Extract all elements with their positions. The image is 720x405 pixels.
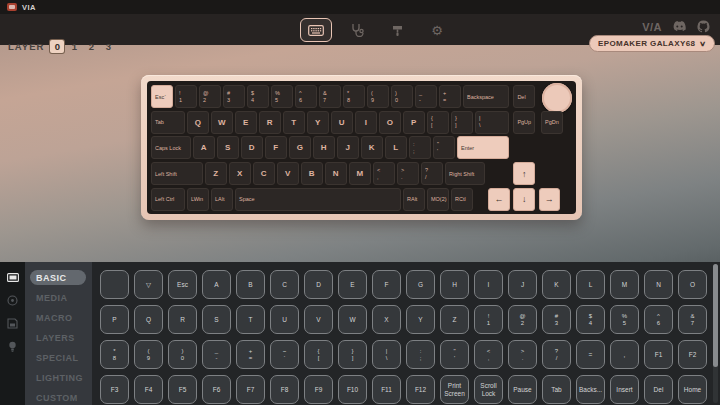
kb-key[interactable]: }] [451, 111, 473, 134]
picker-key[interactable]: Pause [508, 375, 537, 404]
kb-key[interactable]: |\ [475, 111, 509, 134]
picker-key[interactable]: F8 [270, 375, 299, 404]
kb-key[interactable]: Backspace [463, 85, 509, 108]
kb-key[interactable]: ← [488, 188, 510, 211]
picker-key[interactable]: !1 [474, 305, 503, 334]
kb-key[interactable]: RAlt [403, 188, 425, 211]
kb-key[interactable]: Right Shift [445, 162, 485, 185]
layer-button-3[interactable]: 3 [101, 40, 115, 53]
kb-key[interactable]: T [283, 111, 305, 134]
kb-key[interactable]: X [229, 162, 251, 185]
kb-key[interactable]: V [277, 162, 299, 185]
picker-key[interactable]: >. [508, 340, 537, 369]
picker-key[interactable]: N [644, 270, 673, 299]
picker-key[interactable]: , [610, 340, 639, 369]
kb-key[interactable]: #3 [223, 85, 245, 108]
picker-key[interactable]: Backs... [576, 375, 605, 404]
picker-key[interactable]: :; [406, 340, 435, 369]
kb-key[interactable]: I [355, 111, 377, 134]
kb-key[interactable]: >. [397, 162, 419, 185]
kb-key[interactable]: {[ [427, 111, 449, 134]
kb-key[interactable]: Left Shift [151, 162, 203, 185]
kb-key[interactable]: Z [205, 162, 227, 185]
kb-key[interactable]: PgDn [541, 111, 563, 134]
picker-key[interactable]: Home [678, 375, 707, 404]
picker-key[interactable]: X [372, 305, 401, 334]
menu-item-special[interactable]: SPECIAL [30, 350, 86, 365]
kb-key[interactable]: _- [415, 85, 437, 108]
picker-key[interactable]: J [508, 270, 537, 299]
picker-key[interactable]: ?/ [542, 340, 571, 369]
menu-item-custom[interactable]: CUSTOM [30, 390, 86, 405]
kb-key[interactable]: (9 [367, 85, 389, 108]
picker-key[interactable]: D [304, 270, 333, 299]
kb-key[interactable]: ^6 [295, 85, 317, 108]
picker-key[interactable]: ^6 [644, 305, 673, 334]
kb-key[interactable]: M [349, 162, 371, 185]
kb-key[interactable]: R [259, 111, 281, 134]
menu-item-lighting[interactable]: LIGHTING [30, 370, 86, 385]
picker-key[interactable]: U [270, 305, 299, 334]
kb-key[interactable]: LAlt [211, 188, 233, 211]
rotary-knob[interactable] [542, 83, 572, 113]
kb-key[interactable]: E [235, 111, 257, 134]
picker-key[interactable]: }] [338, 340, 367, 369]
kb-key[interactable]: H [313, 136, 335, 159]
picker-key[interactable]: *8 [100, 340, 129, 369]
lightbulb-icon[interactable] [6, 340, 19, 353]
picker-key[interactable]: Insert [610, 375, 639, 404]
picker-key[interactable]: F12 [406, 375, 435, 404]
picker-key[interactable]: T [236, 305, 265, 334]
picker-key[interactable]: M [610, 270, 639, 299]
scrollbar[interactable] [713, 264, 718, 403]
picker-key[interactable]: F9 [304, 375, 333, 404]
picker-key[interactable]: &7 [678, 305, 707, 334]
kb-key[interactable]: S [217, 136, 239, 159]
menu-item-media[interactable]: MEDIA [30, 290, 86, 305]
picker-key[interactable]: F5 [168, 375, 197, 404]
picker-key[interactable]: K [542, 270, 571, 299]
kb-key[interactable]: B [301, 162, 323, 185]
picker-key[interactable]: F6 [202, 375, 231, 404]
kb-key[interactable]: A [193, 136, 215, 159]
kb-key[interactable]: %5 [271, 85, 293, 108]
kb-key[interactable]: $4 [247, 85, 269, 108]
kb-key[interactable]: Q [187, 111, 209, 134]
picker-key[interactable]: A [202, 270, 231, 299]
picker-key[interactable]: Z [440, 305, 469, 334]
kb-key[interactable]: J [337, 136, 359, 159]
picker-key[interactable]: O [678, 270, 707, 299]
kb-key[interactable]: U [331, 111, 353, 134]
kb-key[interactable]: C [253, 162, 275, 185]
picker-key[interactable]: F4 [134, 375, 163, 404]
picker-key[interactable] [100, 270, 129, 299]
kb-key[interactable]: ↓ [513, 188, 535, 211]
kb-key[interactable]: "' [433, 136, 455, 159]
kb-key[interactable]: PgUp [513, 111, 535, 134]
kb-key[interactable]: W [211, 111, 233, 134]
kb-key[interactable]: )0 [391, 85, 413, 108]
picker-key[interactable]: {[ [304, 340, 333, 369]
picker-key[interactable]: C [270, 270, 299, 299]
kb-key[interactable]: K [361, 136, 383, 159]
picker-key[interactable]: Print Screen [440, 375, 469, 404]
picker-key[interactable]: ~` [270, 340, 299, 369]
kb-key[interactable]: D [241, 136, 263, 159]
layer-button-0[interactable]: 0 [50, 40, 64, 53]
picker-key[interactable]: I [474, 270, 503, 299]
picker-key[interactable]: R [168, 305, 197, 334]
keyboard-pane-icon[interactable] [6, 271, 19, 284]
picker-key[interactable]: ▽ [134, 270, 163, 299]
picker-key[interactable]: $4 [576, 305, 605, 334]
kb-key[interactable]: Del [513, 85, 535, 108]
record-circle-icon[interactable] [6, 294, 19, 307]
kb-key[interactable]: &7 [319, 85, 341, 108]
picker-key[interactable]: B [236, 270, 265, 299]
kb-key[interactable]: Caps Lock [151, 136, 191, 159]
kb-key[interactable]: Esc` [151, 85, 173, 108]
kb-key[interactable]: → [539, 188, 561, 211]
kb-key[interactable]: Tab [151, 111, 185, 134]
picker-key[interactable]: += [236, 340, 265, 369]
kb-key[interactable]: N [325, 162, 347, 185]
layer-button-1[interactable]: 1 [67, 40, 81, 53]
